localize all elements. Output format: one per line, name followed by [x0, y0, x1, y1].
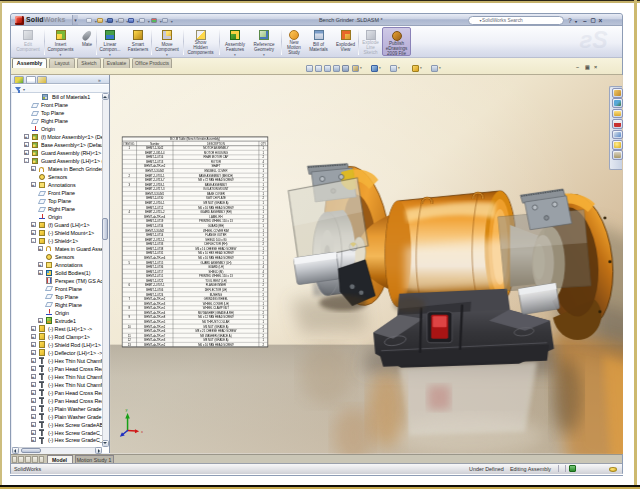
svg-text:DEFLECTOR (LH): DEFLECTOR (LH)	[204, 288, 227, 292]
svg-text:BHMT-2-0717-3: BHMT-2-0717-3	[145, 187, 165, 191]
svg-text:x: x	[141, 429, 143, 434]
svg-text:y: y	[125, 407, 127, 412]
svg-text:GUARD ASSEMBLY (LH): GUARD ASSEMBLY (LH)	[200, 261, 231, 265]
svg-text:WHEEL COVER RIM: WHEEL COVER RIM	[203, 229, 230, 233]
svg-text:BHMT-2-0713: BHMT-2-0713	[146, 160, 163, 164]
svg-text:BHMT-ab-TR-m3: BHMT-ab-TR-m3	[144, 302, 165, 306]
svg-text:BHMT-2-0715-2: BHMT-2-0715-2	[145, 210, 165, 214]
svg-text:BHMT-ab-TR-m3: BHMT-ab-TR-m3	[144, 338, 165, 342]
svg-text:11: 11	[127, 334, 130, 338]
svg-text:M6 x 10 HEX HEAD SCREW: M6 x 10 HEX HEAD SCREW	[198, 251, 234, 255]
svg-text:BHMT-2-0719: BHMT-2-0719	[146, 219, 163, 223]
svg-text:BHMT-ab-TR-m2: BHMT-ab-TR-m2	[144, 297, 165, 301]
svg-text:BHMT-2-0731-1: BHMT-2-0731-1	[145, 174, 165, 178]
svg-text:BHMT-2-0707-1: BHMT-2-0707-1	[145, 283, 165, 287]
svg-text:M8 x 25 CHEESE HEAD SCREW: M8 x 25 CHEESE HEAD SCREW	[195, 329, 236, 333]
svg-text:BHMT-ab-TR-m4: BHMT-ab-TR-m4	[144, 311, 165, 315]
svg-text:ROTOR: ROTOR	[211, 160, 221, 164]
svg-text:MOTOR HOUSING: MOTOR HOUSING	[204, 151, 228, 155]
svg-text:BHMT-2-0722: BHMT-2-0722	[146, 279, 163, 283]
svg-text:M6 x 16 PAN HEAD SCREW: M6 x 16 PAN HEAD SCREW	[198, 343, 234, 347]
svg-text:DESCRIPTION: DESCRIPTION	[207, 142, 225, 146]
svg-text:B.O.M Table (Bench Grinder Ass: B.O.M Table (Bench Grinder Assembly)	[169, 137, 219, 141]
svg-text:BHMT-2-0712: BHMT-2-0712	[146, 206, 163, 210]
svg-text:BHMT-2-0713-7: BHMT-2-0713-7	[145, 178, 165, 182]
svg-text:BHMT-ab-TR-m6: BHMT-ab-TR-m6	[144, 329, 165, 333]
svg-text:BHMT-2-0731: BHMT-2-0731	[146, 251, 163, 255]
svg-text:SHAFT: SHAFT	[211, 164, 220, 168]
svg-text:BHMT-5-30-M2: BHMT-5-30-M2	[145, 229, 164, 233]
svg-text:BHMT-2-0715: BHMT-2-0715	[146, 261, 163, 265]
svg-text:BHMT-2-0730: BHMT-2-0730	[146, 196, 163, 200]
svg-text:ISOLATION MOUNT: ISOLATION MOUNT	[203, 187, 228, 191]
svg-text:M6 WASHER (GRADE A RH): M6 WASHER (GRADE A RH)	[198, 311, 234, 315]
svg-text:WHEEL CLAMP NUT: WHEEL CLAMP NUT	[202, 306, 228, 310]
svg-text:BASE ASSEMBLY: BASE ASSEMBLY	[204, 183, 227, 187]
svg-text:Number: Number	[150, 142, 159, 146]
svg-text:M6 x 16 PAN HEAD SCREW: M6 x 16 PAN HEAD SCREW	[198, 256, 234, 260]
svg-text:TOOL REST (LH): TOOL REST (LH)	[205, 279, 226, 283]
svg-text:BHMT-2-0734: BHMT-2-0734	[146, 224, 163, 228]
svg-text:BHMT-2-0712-1: BHMT-2-0712-1	[145, 238, 165, 242]
svg-text:PRINTED WHEEL 150 x 13: PRINTED WHEEL 150 x 13	[199, 274, 233, 278]
svg-text:ITEM NO.: ITEM NO.	[123, 142, 135, 146]
svg-text:BHMT-ab-TR-m2: BHMT-ab-TR-m2	[144, 325, 165, 329]
svg-text:BHMT-2-0733: BHMT-2-0733	[146, 242, 163, 246]
svg-text:13: 13	[127, 343, 131, 347]
svg-text:M6 THRUST COLLAR: M6 THRUST COLLAR	[202, 320, 229, 324]
svg-text:BHMT-ab-TR-m6: BHMT-ab-TR-m6	[144, 256, 165, 260]
svg-text:SWITCH PLATE: SWITCH PLATE	[205, 196, 225, 200]
svg-text:FLANGE INNER: FLANGE INNER	[205, 283, 225, 287]
svg-text:BHMT-2-0738: BHMT-2-0738	[146, 247, 163, 251]
svg-text:M8 NUT (GRADE A): M8 NUT (GRADE A)	[203, 201, 228, 205]
svg-text:GUARD (RH): GUARD (RH)	[207, 224, 223, 228]
svg-text:BHMT-ab-TR-m1: BHMT-ab-TR-m1	[144, 306, 165, 310]
svg-text:M6 x 16 CHEESE HEAD SCREW: M6 x 16 CHEESE HEAD SCREW	[195, 247, 236, 251]
svg-text:M8 WASHER (GRADE A): M8 WASHER (GRADE A)	[200, 334, 231, 338]
svg-text:WHEEL COVER (LH): WHEEL COVER (LH)	[202, 302, 228, 306]
svg-text:BHMT-3-30-M1: BHMT-3-30-M1	[145, 192, 164, 196]
svg-text:M6 NUT (GRADE A): M6 NUT (GRADE A)	[203, 325, 228, 329]
svg-text:BHMT-ab-TR-m2: BHMT-ab-TR-m2	[144, 343, 165, 347]
svg-text:BUSHING: BUSHING	[209, 293, 221, 297]
svg-text:BHMT-2-0314-4: BHMT-2-0314-4	[145, 151, 165, 155]
svg-text:BHMT-2-0706: BHMT-2-0706	[146, 288, 163, 292]
svg-text:BHMT-2-0716-1: BHMT-2-0716-1	[145, 201, 165, 205]
svg-text:REAR MOTOR CAP: REAR MOTOR CAP	[203, 155, 228, 159]
svg-text:BASE ASSEMBLY (BENCH): BASE ASSEMBLY (BENCH)	[198, 174, 233, 178]
svg-text:BHMT-ab-TR-m4: BHMT-ab-TR-m4	[144, 215, 165, 219]
svg-text:SHIELD (M): SHIELD (M)	[208, 270, 223, 274]
svg-text:BHMT-2-0717: BHMT-2-0717	[146, 270, 163, 274]
svg-text:GRINDING WHEEL: GRINDING WHEEL	[203, 297, 228, 301]
svg-text:BHMT-ab-TR-m2: BHMT-ab-TR-m2	[144, 164, 165, 168]
svg-text:M8 x 72 PAN HEAD SCREW: M8 x 72 PAN HEAD SCREW	[198, 178, 234, 182]
svg-text:PRINTED WHEEL 150 x 13: PRINTED WHEEL 150 x 13	[199, 219, 233, 223]
svg-text:M6 x 16 PAN HEAD SCREW: M6 x 16 PAN HEAD SCREW	[198, 206, 234, 210]
svg-text:GUARD ASSEMBLY (RH): GUARD ASSEMBLY (RH)	[200, 210, 232, 214]
svg-text:BHMT-2-0711: BHMT-2-0711	[146, 274, 163, 278]
svg-text:BHMT-2-0716: BHMT-2-0716	[146, 155, 163, 159]
svg-text:FLANGE OUTER: FLANGE OUTER	[205, 233, 226, 237]
svg-text:ENDBELL COVER: ENDBELL COVER	[204, 169, 227, 173]
svg-text:SHIELD 100 x 80: SHIELD 100 x 80	[205, 238, 227, 242]
svg-text:MOTOR ASSEMBLY: MOTOR ASSEMBLY	[203, 146, 228, 150]
svg-text:BHMT-ab-TR-m7: BHMT-ab-TR-m7	[144, 334, 165, 338]
svg-text:DEFLECTOR (RH): DEFLECTOR (RH)	[204, 242, 227, 246]
svg-text:BHMT-ab-TR-m8: BHMT-ab-TR-m8	[144, 315, 165, 319]
svg-text:12: 12	[127, 338, 131, 342]
svg-text:10: 10	[127, 325, 131, 329]
svg-text:QTY: QTY	[260, 142, 266, 146]
svg-text:BHMT-5-30-M2: BHMT-5-30-M2	[145, 169, 164, 173]
svg-text:BHMT-2-0718-1: BHMT-2-0718-1	[145, 183, 165, 187]
svg-text:GUARD (LH): GUARD (LH)	[207, 265, 223, 269]
svg-text:BHMT-ab-TR-m5: BHMT-ab-TR-m5	[144, 320, 165, 324]
svg-text:BHMT-1-3042: BHMT-1-3042	[146, 146, 163, 150]
svg-text:M6 x 12 PAN HEAD SCREW: M6 x 12 PAN HEAD SCREW	[198, 315, 234, 319]
svg-text:BHMT-2-0736: BHMT-2-0736	[146, 265, 163, 269]
svg-text:BASE COVER: BASE COVER	[207, 192, 225, 196]
svg-text:M8 NUT (GRADE A): M8 NUT (GRADE A)	[203, 338, 228, 342]
svg-text:BHMT-2-0724: BHMT-2-0724	[146, 293, 163, 297]
svg-text:LABEL RH: LABEL RH	[209, 215, 222, 219]
svg-text:BHMT-2-0714: BHMT-2-0714	[146, 233, 163, 237]
